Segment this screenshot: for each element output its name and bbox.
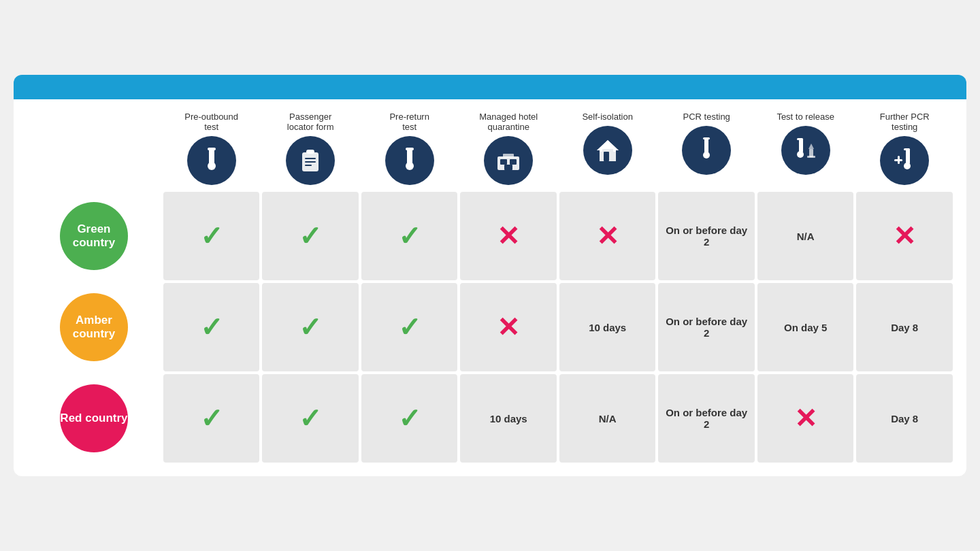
svg-rect-28 [797,138,803,140]
cell-value: Day 8 [891,322,918,333]
checkmark-icon: ✓ [299,403,322,433]
cell-amber-pre-outbound: ✓ [163,283,260,371]
svg-rect-2 [208,148,216,150]
pre-outbound-icon [187,136,236,185]
cell-amber-test-to-release: On day 5 [757,283,854,371]
empty-header [27,109,161,189]
cell-green-pre-return: ✓ [361,192,458,280]
svg-point-23 [703,152,710,158]
main-table: Pre-outbound test Passenger locator form… [24,106,956,465]
cell-value: N/A [797,231,815,242]
svg-point-36 [904,163,911,169]
cross-icon: ✕ [497,312,520,342]
cross-icon: ✕ [794,403,817,433]
checkmark-icon: ✓ [200,312,223,342]
col-header-pcr-testing: PCR testing [658,109,755,189]
cell-value: Day 8 [891,413,918,424]
managed-hotel-icon [484,136,533,185]
cell-green-passenger-locator: ✓ [262,192,359,280]
page-title [14,75,966,99]
svg-rect-7 [305,161,316,163]
cell-red-further-pcr: Day 8 [856,374,953,463]
country-cell-red: Red country [27,374,161,463]
cell-amber-further-pcr: Day 8 [856,283,953,371]
pcr-testing-icon [682,126,731,175]
cell-red-pre-return: ✓ [361,374,458,463]
country-cell-green: Green country [27,192,161,280]
col-header-further-pcr: Further PCR testing [856,109,953,189]
checkmark-icon: ✓ [398,312,421,342]
svg-rect-5 [306,150,314,154]
svg-rect-35 [908,149,910,164]
cell-red-passenger-locator: ✓ [262,374,359,463]
svg-rect-25 [799,139,801,152]
svg-point-12 [406,162,414,170]
col-header-passenger-locator: Passenger locator form [262,109,359,189]
cell-green-self-isolation: ✕ [559,192,656,280]
test-to-release-icon [781,126,830,175]
svg-rect-8 [305,165,312,166]
country-cell-amber: Amber country [27,283,161,371]
infographic: Pre-outbound test Passenger locator form… [14,75,966,476]
cell-value: On or before day 2 [666,407,747,430]
svg-point-3 [208,162,216,170]
checkmark-icon: ✓ [299,221,322,251]
svg-rect-31 [807,156,815,158]
cell-green-further-pcr: ✕ [856,192,953,280]
cell-red-test-to-release: ✕ [757,374,854,463]
cell-amber-self-isolation: 10 days [559,283,656,371]
checkmark-icon: ✓ [398,403,421,433]
cell-amber-managed-hotel: ✕ [460,283,557,371]
svg-rect-19 [604,152,609,161]
col-header-pre-outbound: Pre-outbound test [163,109,260,189]
svg-rect-11 [406,148,414,150]
table-wrapper: Pre-outbound test Passenger locator form… [14,99,966,476]
svg-rect-33 [898,156,900,164]
col-header-self-isolation: Self-isolation [559,109,656,189]
svg-marker-29 [808,144,814,149]
svg-rect-17 [503,154,514,158]
cell-value: N/A [599,413,617,424]
checkmark-icon: ✓ [200,221,223,251]
cell-green-pcr-testing: On or before day 2 [658,192,755,280]
cell-green-test-to-release: N/A [757,192,854,280]
table-row: Green country✓✓✓✕✕On or before day 2N/A✕ [27,192,953,280]
col-header-managed-hotel: Managed hotel quarantine [460,109,557,189]
cell-green-managed-hotel: ✕ [460,192,557,280]
cross-icon: ✕ [596,221,619,251]
checkmark-icon: ✓ [299,312,322,342]
further-pcr-icon [880,136,929,185]
cell-value: On or before day 2 [666,224,747,248]
svg-rect-22 [706,138,708,153]
table-row: Red country✓✓✓10 daysN/AOn or before day… [27,374,953,463]
pre-return-icon [385,136,434,185]
col-header-test-to-release: Test to release [757,109,854,189]
svg-rect-14 [500,159,507,165]
cell-amber-pre-return: ✓ [361,283,458,371]
self-isolation-icon [583,126,632,175]
cell-green-pre-outbound: ✓ [163,192,260,280]
svg-rect-15 [510,159,517,165]
svg-rect-6 [305,158,316,159]
country-badge-red: Red country [60,384,128,452]
cell-red-pcr-testing: On or before day 2 [658,374,755,463]
checkmark-icon: ✓ [398,221,421,251]
svg-point-27 [797,151,804,158]
cell-red-self-isolation: N/A [559,374,656,463]
col-header-pre-return: Pre-return test [361,109,458,189]
svg-rect-26 [801,139,803,152]
svg-rect-24 [703,137,710,139]
cell-value: On or before day 2 [666,316,747,339]
cross-icon: ✕ [893,221,916,251]
cell-value: 10 days [490,413,527,424]
checkmark-icon: ✓ [200,403,223,433]
cell-amber-pcr-testing: On or before day 2 [658,283,755,371]
cell-amber-passenger-locator: ✓ [262,283,359,371]
cell-value: On day 5 [784,322,827,333]
cell-red-pre-outbound: ✓ [163,374,260,463]
country-badge-green: Green country [60,202,128,270]
passenger-locator-icon [286,136,335,185]
cross-icon: ✕ [497,221,520,251]
cell-red-managed-hotel: 10 days [460,374,557,463]
country-badge-amber: Amber country [60,293,128,361]
